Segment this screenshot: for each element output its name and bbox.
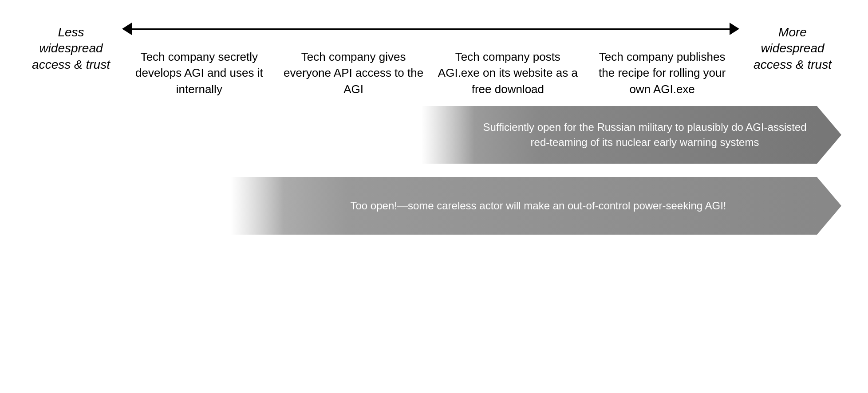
arrow-line (132, 28, 730, 30)
lower-arrow: Too open!—some careless actor will make … (231, 177, 841, 235)
more-widespread-label: More widespread access & trust (744, 24, 841, 73)
upper-arrow-fade (422, 106, 475, 164)
column-item-3: Tech company posts AGI.exe on its websit… (431, 49, 585, 97)
upper-arrow-tip (817, 106, 841, 164)
arrows-wrapper: Sufficiently open for the Russian milita… (27, 106, 841, 244)
column-item-1: Tech company secretly develops AGI and u… (122, 49, 276, 97)
column-item-2: Tech company gives everyone API access t… (276, 49, 431, 97)
columns-row: Tech company secretly develops AGI and u… (122, 49, 739, 97)
lower-arrow-tip (817, 177, 841, 235)
column-item-4: Tech company publishes the recipe for ro… (585, 49, 739, 97)
arrow-left-head (122, 23, 132, 35)
diagram-container: Less widespread access & trust More wide… (0, 0, 868, 393)
top-section: Less widespread access & trust More wide… (27, 20, 841, 97)
upper-arrow: Sufficiently open for the Russian milita… (422, 106, 841, 164)
less-widespread-label: Less widespread access & trust (27, 24, 115, 73)
upper-arrow-text: Sufficiently open for the Russian milita… (479, 120, 810, 150)
lower-arrow-text: Too open!—some careless actor will make … (266, 198, 810, 213)
spectrum-arrow (122, 20, 739, 38)
arrow-right-head (730, 23, 739, 35)
